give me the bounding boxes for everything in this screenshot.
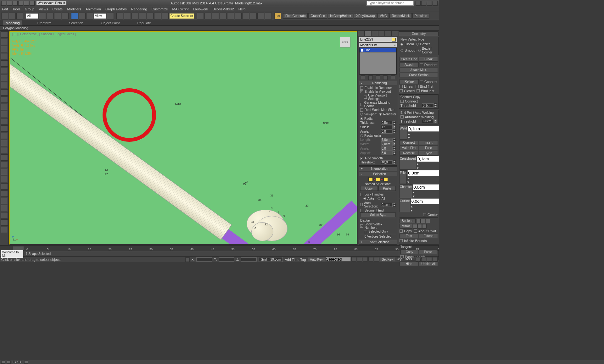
left-tool-20[interactable]	[1, 176, 8, 182]
left-tool-22[interactable]	[1, 190, 8, 197]
attach-mult-button[interactable]: Attach Mult.	[400, 68, 438, 72]
rollout-header-selection[interactable]: -Selection	[359, 172, 397, 176]
pin-stack-icon[interactable]	[361, 75, 365, 80]
bool-union-icon[interactable]	[416, 219, 421, 223]
weld-button[interactable]: Weld	[400, 126, 407, 140]
render-setup-icon[interactable]	[250, 13, 257, 19]
left-tool-23[interactable]	[1, 198, 8, 204]
left-tool-12[interactable]	[1, 118, 8, 124]
unique-icon[interactable]	[376, 75, 380, 80]
lock-icon[interactable]	[185, 257, 190, 262]
refine-button[interactable]: Refine	[400, 79, 419, 84]
chk-bind-first[interactable]	[416, 85, 419, 88]
menu-help[interactable]: Help	[238, 7, 246, 11]
mirror-h-icon[interactable]	[413, 224, 417, 229]
time-slider[interactable]	[13, 246, 24, 251]
curve-editor-icon[interactable]	[227, 13, 234, 19]
ribbon-tab-populate[interactable]: Populate	[135, 20, 153, 25]
left-tool-6[interactable]	[1, 75, 8, 81]
chk-real-world[interactable]	[360, 108, 363, 112]
radio-renderer[interactable]	[379, 113, 382, 116]
autokey-button[interactable]: Auto Key	[308, 257, 325, 262]
menu-group[interactable]: Group	[25, 7, 35, 11]
left-tool-10[interactable]	[1, 104, 8, 110]
select-region-icon[interactable]	[54, 13, 61, 19]
percent-snap-icon[interactable]	[147, 13, 154, 19]
selection-filter-input[interactable]	[26, 13, 38, 19]
new-icon[interactable]	[7, 1, 12, 6]
mirror-v-icon[interactable]	[417, 224, 422, 229]
spin-sides[interactable]	[381, 125, 393, 129]
left-tool-3[interactable]	[1, 53, 8, 59]
select-scale-icon[interactable]	[86, 13, 93, 19]
left-tool-13[interactable]	[1, 125, 8, 132]
menu-modifiers[interactable]: Modifiers	[67, 7, 81, 11]
chk-connect-copy[interactable]	[400, 100, 404, 103]
subobject-icons[interactable]	[360, 177, 396, 182]
graphite-icon[interactable]	[220, 13, 226, 19]
radio-rectangular[interactable]	[360, 134, 363, 137]
coord-z-input[interactable]	[241, 257, 257, 262]
left-tool-8[interactable]	[1, 89, 8, 96]
radio-vtx-bezier[interactable]	[416, 43, 419, 46]
left-tool-0[interactable]	[1, 31, 8, 38]
ref-coord-input[interactable]	[94, 13, 106, 19]
coord-y-input[interactable]	[219, 257, 234, 262]
reverse-button[interactable]: Reverse	[400, 151, 418, 156]
named-selection-input[interactable]	[169, 13, 194, 19]
spin-angle[interactable]	[381, 130, 393, 134]
render-frame-icon[interactable]	[257, 13, 264, 19]
chk-infinite-bounds[interactable]	[400, 239, 403, 242]
left-tool-7[interactable]	[1, 82, 8, 88]
open-icon[interactable]	[13, 1, 18, 6]
left-tool-19[interactable]	[1, 169, 8, 175]
left-tool-9[interactable]	[1, 97, 8, 103]
unlink-icon[interactable]	[9, 13, 16, 19]
menu-edit[interactable]: Edit	[2, 7, 8, 11]
configure-icon[interactable]	[391, 75, 395, 80]
plugin-vmc[interactable]: VMC	[378, 13, 389, 19]
boolean-button[interactable]: Boolean	[400, 218, 416, 223]
radio-radial[interactable]	[360, 117, 363, 120]
left-tool-1[interactable]	[1, 39, 8, 45]
connect-button[interactable]: Connect	[400, 140, 418, 145]
chk-closed[interactable]	[400, 89, 403, 92]
chk-reorient[interactable]	[420, 63, 423, 66]
left-tool-15[interactable]	[1, 140, 8, 146]
chk-enable-viewport[interactable]	[360, 90, 363, 93]
left-tool-21[interactable]	[1, 183, 8, 190]
plugin-rendermask[interactable]: RenderMask	[389, 13, 412, 19]
zoom-icon[interactable]	[421, 257, 426, 262]
manipulate-icon[interactable]	[116, 13, 123, 19]
menu-laubwerk[interactable]: Laubwerk	[193, 7, 208, 11]
viewport[interactable]: [ + ] [ Perspective ] [ Shaded + Edged F…	[9, 31, 357, 245]
insert-button[interactable]: Insert	[419, 140, 438, 145]
chk-auto-smooth[interactable]	[360, 157, 363, 160]
plugin-xrayunwrap[interactable]: XRayUnwrap	[354, 13, 377, 19]
mirror-icon[interactable]	[197, 13, 204, 19]
object-color-swatch[interactable]	[392, 38, 396, 41]
setkey-button[interactable]: Set Key	[380, 257, 395, 262]
spinner-snap-icon[interactable]	[154, 13, 161, 19]
left-tool-4[interactable]	[1, 60, 8, 67]
signin-icon[interactable]	[416, 1, 421, 6]
snap-icon[interactable]	[131, 13, 138, 19]
geometry-header[interactable]: Geometry	[399, 31, 439, 36]
object-name-field[interactable]: Line2229	[359, 37, 397, 42]
menu-graph-editors[interactable]: Graph Editors	[105, 7, 127, 11]
select-by-button[interactable]: Select By...	[360, 212, 396, 217]
minimize-icon[interactable]	[433, 1, 438, 6]
key-filter-selected[interactable]	[326, 257, 351, 261]
help-icon[interactable]	[427, 1, 432, 6]
radio-viewport[interactable]	[360, 113, 363, 116]
menu-maxscript[interactable]: MAXScript	[172, 7, 189, 11]
render-prod-icon[interactable]	[265, 13, 272, 19]
radio-all[interactable]	[378, 197, 380, 200]
chk-use-vp-settings[interactable]	[364, 96, 367, 99]
maximize-viewport-icon[interactable]	[433, 257, 438, 262]
modifier-list-dropdown[interactable]: Modifier List▾	[359, 43, 397, 47]
next-frame-icon[interactable]	[368, 257, 373, 262]
spin-chamfer[interactable]	[413, 184, 439, 190]
ribbon-tab-modeling[interactable]: Modeling	[3, 20, 22, 25]
create-line-button[interactable]: Create Line	[400, 57, 418, 62]
